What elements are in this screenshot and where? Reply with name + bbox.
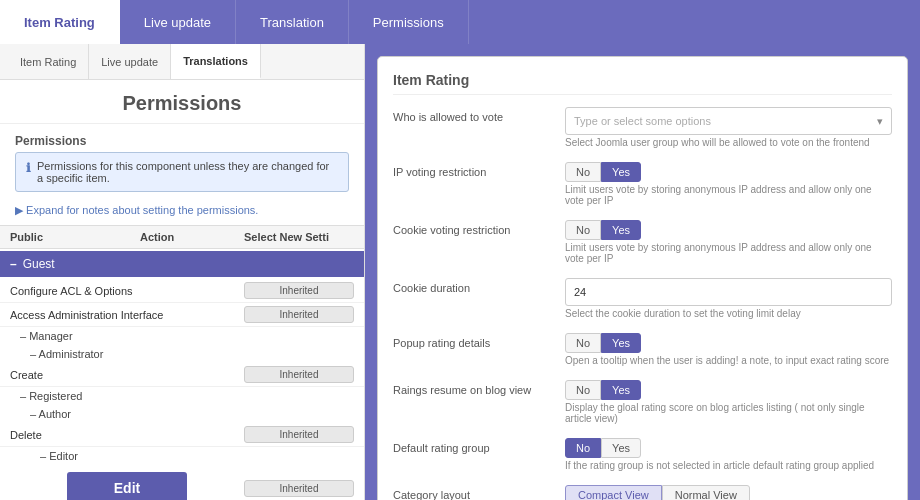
sub-tab-item-rating[interactable]: Item Rating bbox=[8, 44, 89, 79]
toggle-no[interactable]: No bbox=[565, 333, 601, 353]
field-control: No Yes Open a tooltip when the user is a… bbox=[565, 333, 892, 366]
field-label: Popup rating details bbox=[393, 333, 553, 349]
toggle-no[interactable]: No bbox=[565, 220, 601, 240]
cookie-toggle-group: No Yes bbox=[565, 220, 892, 240]
perm-row-access: Access Administration Interface Inherite… bbox=[0, 303, 364, 327]
table-header: Public Action Select New Setti bbox=[0, 226, 364, 249]
expand-link[interactable]: Expand for notes about setting the permi… bbox=[0, 200, 364, 225]
normal-view-btn[interactable]: Normal View bbox=[662, 485, 750, 500]
field-label: Raings resume on blog view bbox=[393, 380, 553, 396]
field-hint: Limit users vote by storing anonymous IP… bbox=[565, 184, 892, 206]
field-label: Category layout bbox=[393, 485, 553, 500]
col-action: Action bbox=[140, 231, 244, 243]
toggle-yes[interactable]: Yes bbox=[601, 333, 641, 353]
field-cookie-duration: Cookie duration Select the cookie durati… bbox=[393, 278, 892, 319]
info-text: Permissions for this component unless th… bbox=[37, 160, 338, 184]
col-public: Public bbox=[10, 231, 140, 243]
permissions-section-label: Permissions bbox=[0, 124, 364, 152]
field-popup-rating: Popup rating details No Yes Open a toolt… bbox=[393, 333, 892, 366]
info-box: ℹ Permissions for this component unless … bbox=[15, 152, 349, 192]
permissions-table: Public Action Select New Setti – Guest C… bbox=[0, 225, 364, 500]
perm-badge[interactable]: Inherited bbox=[244, 366, 354, 383]
minus-icon: – bbox=[10, 257, 17, 271]
field-control: Select the cookie duration to set the vo… bbox=[565, 278, 892, 319]
perm-action: Delete bbox=[10, 429, 244, 441]
tab-permissions[interactable]: Permissions bbox=[349, 0, 469, 44]
perm-badge[interactable]: Inherited bbox=[244, 306, 354, 323]
field-hint: Select the cookie duration to set the vo… bbox=[565, 308, 892, 319]
edit-button[interactable]: Edit bbox=[67, 472, 187, 500]
perm-badge[interactable]: Inherited bbox=[244, 426, 354, 443]
field-control: No Yes Limit users vote by storing anony… bbox=[565, 220, 892, 264]
select-placeholder: Type or select some options bbox=[574, 115, 711, 127]
perm-row-create: Create Inherited bbox=[0, 363, 364, 387]
chevron-down-icon: ▾ bbox=[877, 115, 883, 128]
left-panel: Item Rating Live update Translations Per… bbox=[0, 44, 365, 500]
sub-group-administrator[interactable]: – Administrator bbox=[0, 345, 364, 363]
field-hint: Display the gloal rating score on blog a… bbox=[565, 402, 892, 424]
sub-tab-live-update[interactable]: Live update bbox=[89, 44, 171, 79]
info-icon: ℹ bbox=[26, 161, 31, 175]
edit-button-container: Edit bbox=[10, 468, 244, 500]
field-control: Compact View Normal View Select the voti… bbox=[565, 485, 892, 500]
item-rating-section-title: Item Rating bbox=[393, 72, 892, 95]
toggle-yes[interactable]: Yes bbox=[601, 438, 641, 458]
category-layout-toggle: Compact View Normal View bbox=[565, 485, 892, 500]
main-layout: Item Rating Live update Translations Per… bbox=[0, 44, 920, 500]
field-cookie-voting: Cookie voting restriction No Yes Limit u… bbox=[393, 220, 892, 264]
blog-view-toggle-group: No Yes bbox=[565, 380, 892, 400]
field-ratings-blog-view: Raings resume on blog view No Yes Displa… bbox=[393, 380, 892, 424]
perm-row-edit: Edit Inherited bbox=[0, 465, 364, 500]
toggle-no[interactable]: No bbox=[565, 380, 601, 400]
toggle-no[interactable]: No bbox=[565, 162, 601, 182]
toggle-yes[interactable]: Yes bbox=[601, 220, 641, 240]
perm-action: Access Administration Interface bbox=[10, 309, 244, 321]
field-label: Cookie duration bbox=[393, 278, 553, 294]
tab-translation[interactable]: Translation bbox=[236, 0, 349, 44]
top-navigation: Item Rating Live update Translation Perm… bbox=[0, 0, 920, 44]
guest-group[interactable]: – Guest bbox=[0, 251, 364, 277]
field-hint: Select Joomla user group who will be all… bbox=[565, 137, 892, 148]
col-select: Select New Setti bbox=[244, 231, 354, 243]
item-rating-box: Item Rating Who is allowed to vote Type … bbox=[377, 56, 908, 500]
sub-group-editor[interactable]: – Editor bbox=[0, 447, 88, 465]
perm-row-delete: Delete Inherited bbox=[0, 423, 364, 447]
sub-group-manager[interactable]: – Manager bbox=[0, 327, 364, 345]
field-default-rating-group: Default rating group No Yes If the ratin… bbox=[393, 438, 892, 471]
right-panel: Item Rating Who is allowed to vote Type … bbox=[365, 44, 920, 500]
sub-tabs: Item Rating Live update Translations bbox=[0, 44, 364, 80]
sub-tab-translations[interactable]: Translations bbox=[171, 44, 261, 79]
tab-live-update[interactable]: Live update bbox=[120, 0, 236, 44]
popup-toggle-group: No Yes bbox=[565, 333, 892, 353]
perm-badge[interactable]: Inherited bbox=[244, 282, 354, 299]
field-category-layout: Category layout Compact View Normal View… bbox=[393, 485, 892, 500]
field-label: Cookie voting restriction bbox=[393, 220, 553, 236]
permissions-title: Permissions bbox=[0, 80, 364, 124]
field-ip-voting: IP voting restriction No Yes Limit users… bbox=[393, 162, 892, 206]
guest-label: Guest bbox=[23, 257, 55, 271]
perm-row-configure: Configure ACL & Options Inherited bbox=[0, 279, 364, 303]
default-group-toggle: No Yes bbox=[565, 438, 892, 458]
sub-group-registered[interactable]: – Registered bbox=[0, 387, 364, 405]
field-label: IP voting restriction bbox=[393, 162, 553, 178]
perm-action: Configure ACL & Options bbox=[10, 285, 244, 297]
field-control: No Yes Display the gloal rating score on… bbox=[565, 380, 892, 424]
field-who-allowed-vote: Who is allowed to vote Type or select so… bbox=[393, 107, 892, 148]
toggle-yes[interactable]: Yes bbox=[601, 380, 641, 400]
field-label: Who is allowed to vote bbox=[393, 107, 553, 123]
toggle-no[interactable]: No bbox=[565, 438, 601, 458]
field-hint: Open a tooltip when the user is adding! … bbox=[565, 355, 892, 366]
field-control: No Yes If the rating group is not select… bbox=[565, 438, 892, 471]
toggle-yes[interactable]: Yes bbox=[601, 162, 641, 182]
perm-action: Create bbox=[10, 369, 244, 381]
ip-toggle-group: No Yes bbox=[565, 162, 892, 182]
cookie-duration-input[interactable] bbox=[565, 278, 892, 306]
perm-badge[interactable]: Inherited bbox=[244, 480, 354, 497]
sub-group-author[interactable]: – Author bbox=[0, 405, 364, 423]
tab-item-rating[interactable]: Item Rating bbox=[0, 0, 120, 44]
field-hint: If the rating group is not selected in a… bbox=[565, 460, 892, 471]
compact-view-btn[interactable]: Compact View bbox=[565, 485, 662, 500]
who-vote-select[interactable]: Type or select some options ▾ bbox=[565, 107, 892, 135]
field-control: Type or select some options ▾ Select Joo… bbox=[565, 107, 892, 148]
field-label: Default rating group bbox=[393, 438, 553, 454]
